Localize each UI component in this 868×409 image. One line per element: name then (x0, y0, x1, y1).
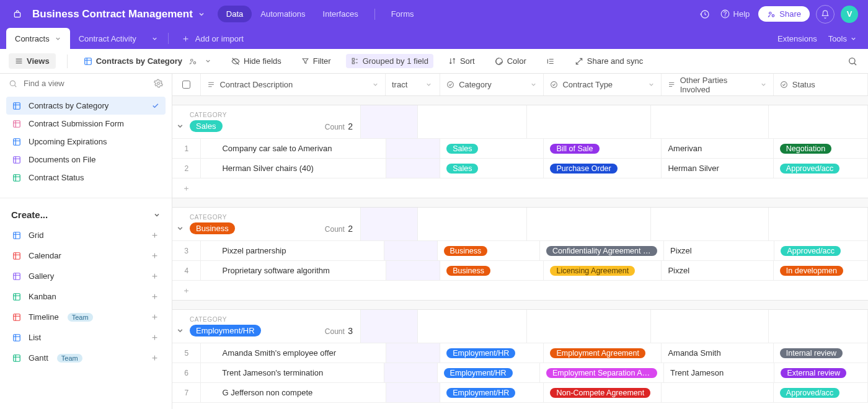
cell-type[interactable]: Employment Separation Agr… (540, 363, 664, 382)
plus-icon[interactable]: ＋ (150, 250, 159, 262)
tools-button[interactable]: Tools (828, 34, 857, 43)
select-all-checkbox[interactable] (172, 74, 201, 95)
tab-contract-activity[interactable]: Contract Activity (70, 28, 145, 49)
add-record-button[interactable]: ＋ (172, 402, 868, 409)
add-record-button[interactable]: ＋ (172, 280, 868, 300)
cell-description[interactable]: Pixzel partnership (201, 241, 384, 260)
collapse-group-icon[interactable] (176, 224, 184, 232)
cell-type[interactable]: Purchase Order (544, 159, 662, 178)
cell-category[interactable]: Employment/HR (438, 363, 540, 382)
current-view[interactable]: Contracts by Category (79, 54, 216, 68)
row-number[interactable]: 6 (172, 363, 201, 382)
cell-status[interactable]: Approved/acc (774, 159, 868, 178)
collapse-group-icon[interactable] (176, 122, 184, 130)
sidebar-view-item[interactable]: Documents on File (6, 151, 166, 169)
table-row[interactable]: 4Proprietary software algorithmBusinessL… (172, 260, 868, 280)
column-header-truncated[interactable]: tract (386, 74, 440, 95)
cell-status[interactable]: Approved/acc (774, 383, 868, 402)
extensions-button[interactable]: Extensions (777, 34, 817, 43)
row-number[interactable]: 5 (172, 343, 201, 363)
cell-status[interactable]: Internal review (774, 343, 868, 363)
sidebar-view-item[interactable]: Contracts by Category (6, 97, 166, 115)
plus-icon[interactable]: ＋ (150, 270, 159, 282)
cell-category[interactable]: Business (438, 241, 540, 260)
add-record-button[interactable]: ＋ (172, 178, 868, 198)
cell-category[interactable]: Business (440, 261, 544, 280)
chevron-down-icon[interactable] (425, 81, 432, 88)
history-icon[interactable] (696, 5, 714, 24)
cell-category[interactable]: Sales (440, 139, 544, 158)
chevron-down-icon[interactable] (198, 11, 205, 18)
cell-category[interactable]: Employment/HR (440, 383, 544, 402)
column-header-type[interactable]: Contract Type (544, 74, 662, 95)
cell[interactable] (384, 363, 438, 382)
row-number[interactable]: 2 (172, 159, 201, 178)
table-row[interactable]: 6Trent Jameson's terminationEmployment/H… (172, 363, 868, 382)
chevron-down-icon[interactable] (372, 81, 379, 88)
create-view-item[interactable]: Gallery＋ (6, 266, 166, 286)
cell-status[interactable]: Negotiation (774, 139, 868, 158)
create-view-item[interactable]: GanttTeam＋ (6, 348, 166, 368)
views-button[interactable]: Views (9, 53, 56, 69)
cell-parties[interactable]: Herman Silver (662, 159, 773, 178)
cell-parties[interactable] (662, 383, 773, 402)
app-title[interactable]: Business Contract Management (32, 8, 193, 20)
find-view-input[interactable] (24, 79, 148, 88)
search-icon[interactable] (846, 55, 859, 68)
hide-fields-button[interactable]: Hide fields (226, 54, 286, 68)
chevron-down-icon[interactable] (55, 35, 61, 42)
cell-parties[interactable]: Amanda Smith (662, 343, 773, 363)
plus-icon[interactable]: ＋ (150, 291, 159, 302)
table-row[interactable]: 5Amanda Smith's employee offerEmployment… (172, 343, 868, 363)
create-view-item[interactable]: TimelineTeam＋ (6, 307, 166, 327)
help-button[interactable]: Help (720, 9, 750, 19)
row-number[interactable]: 3 (172, 241, 201, 260)
tab-contracts[interactable]: Contracts (6, 28, 70, 49)
cell-category[interactable]: Employment/HR (440, 343, 544, 363)
cell-description[interactable]: Herman Silver chairs (40) (201, 159, 386, 178)
cell-status[interactable]: Approved/acc (774, 241, 868, 260)
share-sync-button[interactable]: Share and sync (570, 54, 648, 68)
tab-add-import[interactable]: ＋ Add or import (172, 28, 252, 49)
nav-interfaces[interactable]: Interfaces (314, 6, 367, 22)
column-header-description[interactable]: Contract Description (201, 74, 386, 95)
cell[interactable] (386, 159, 440, 178)
table-row[interactable]: 7G Jefferson non competeEmployment/HRNon… (172, 382, 868, 402)
create-header[interactable]: Create... (0, 203, 172, 225)
cell[interactable] (386, 139, 440, 158)
table-row[interactable]: 3Pixzel partnershipBusinessConfidentiali… (172, 240, 868, 260)
cell[interactable] (384, 241, 438, 260)
cell[interactable] (386, 343, 440, 363)
row-number[interactable]: 4 (172, 261, 201, 280)
row-number[interactable]: 1 (172, 139, 201, 158)
cell-description[interactable]: Amanda Smith's employee offer (201, 343, 386, 363)
column-header-status[interactable]: Status (774, 74, 868, 95)
color-button[interactable]: Color (490, 54, 531, 68)
sidebar-view-item[interactable]: Upcoming Expirations (6, 133, 166, 151)
column-header-parties[interactable]: Other Parties Involved (662, 74, 774, 95)
nav-automations[interactable]: Automations (252, 6, 314, 22)
table-row[interactable]: 1Company car sale to AmerivanSalesBill o… (172, 138, 868, 158)
group-button[interactable]: Grouped by 1 field (346, 54, 433, 68)
plus-icon[interactable]: ＋ (150, 352, 159, 364)
cell-category[interactable]: Sales (440, 159, 544, 178)
cell-parties[interactable]: Pixzel (664, 241, 774, 260)
notifications-button[interactable] (816, 5, 835, 24)
cell-parties[interactable]: Amerivan (662, 139, 773, 158)
cell-description[interactable]: Trent Jameson's termination (201, 363, 384, 382)
table-row[interactable]: 2Herman Silver chairs (40)SalesPurchase … (172, 158, 868, 178)
cell-status[interactable]: External review (774, 363, 868, 382)
avatar[interactable]: V (841, 6, 858, 23)
cell-type[interactable]: Employment Agreement (544, 343, 662, 363)
plus-icon[interactable]: ＋ (150, 311, 159, 323)
cell-parties[interactable]: Pixzel (662, 261, 773, 280)
share-button[interactable]: Share (758, 6, 810, 22)
tab-menu[interactable] (145, 28, 164, 49)
gear-icon[interactable] (154, 79, 163, 88)
create-view-item[interactable]: Grid＋ (6, 225, 166, 245)
create-view-item[interactable]: Calendar＋ (6, 245, 166, 266)
create-view-item[interactable]: List＋ (6, 327, 166, 348)
cell-parties[interactable]: Trent Jameson (664, 363, 774, 382)
cell-status[interactable]: In developmen (774, 261, 868, 280)
column-header-category[interactable]: Category (440, 74, 544, 95)
